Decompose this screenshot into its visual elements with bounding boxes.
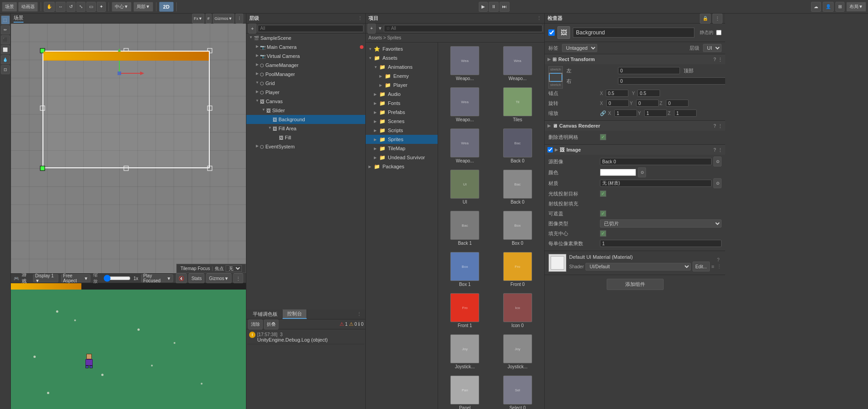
material-question-icon[interactable]: ? [717, 257, 722, 262]
tree-arrow[interactable]: ▼ [255, 81, 260, 86]
hierarchy-item-game-manager[interactable]: ▶⬡GameManager [246, 61, 365, 70]
rx-input[interactable] [606, 100, 629, 107]
asset-item-weapo---[interactable]: WeaWeapo... [440, 44, 490, 83]
material-menu-icon[interactable]: ⋮ [717, 264, 722, 269]
console-item[interactable]: ! [17:57:38] 3 UnityEngine.Debug.Log (ob… [247, 330, 364, 344]
cull-checkbox[interactable]: ✓ [600, 134, 606, 140]
source-image-picker[interactable]: ⊙ [713, 157, 722, 166]
stats-btn[interactable]: Stats [189, 273, 204, 283]
add-component-btn[interactable]: 添加组件 [607, 279, 664, 290]
gizmos-btn[interactable]: Gizmos▼ [206, 273, 231, 283]
material-input[interactable] [600, 180, 712, 187]
scene-menu-btn[interactable]: ⋮ [236, 14, 243, 24]
tree-arrow[interactable]: ▶ [255, 44, 260, 50]
project-tree-item-animations[interactable]: ▼📁Animations [366, 62, 438, 71]
erase-tool-btn[interactable]: ⬜ [1, 45, 10, 54]
select-tool-btn[interactable]: ⬚ [1, 15, 10, 24]
hierarchy-item-pool-manager[interactable]: ▶⬡PoolManager [246, 70, 365, 79]
play-focused-dropdown[interactable]: Play Focused ▼ [141, 274, 174, 282]
fill-tool-btn[interactable]: ⬛ [1, 35, 10, 44]
hierarchy-item-main-camera[interactable]: ▶📷Main Camera [246, 43, 365, 52]
asset-item-weapo---[interactable]: WeaWeapo... [493, 44, 543, 83]
source-image-input[interactable] [600, 158, 712, 165]
project-tree-item-fonts[interactable]: ▶📁Fonts [366, 99, 438, 108]
brush-tool-btn[interactable]: ✏ [1, 25, 10, 34]
image-menu-icon[interactable]: ⋮ [718, 147, 722, 152]
tilemap-focus-select[interactable]: 无 [226, 265, 242, 272]
canvas-question-icon[interactable]: ? [713, 124, 716, 128]
collapse-btn[interactable]: 折叠 [264, 319, 278, 329]
tree-arrow[interactable]: ▶ [255, 71, 260, 77]
play-btn[interactable]: ▶ [479, 2, 488, 12]
scene-gizmo-btn[interactable]: Gizmos▼ [213, 14, 234, 24]
asset-item-joystick---[interactable]: JoyJoystick... [493, 333, 543, 371]
project-search-input[interactable] [384, 25, 542, 32]
shader-select[interactable]: UI/Default [585, 263, 691, 271]
project-tree-item-favorites[interactable]: ▼⭐Favorites [366, 44, 438, 53]
rz-input[interactable] [666, 100, 689, 107]
2d-btn[interactable]: 2D [159, 2, 174, 12]
asset-item-back-0[interactable]: BacBack 0 [493, 127, 543, 165]
hierarchy-item-fill-area[interactable]: ▼🖼Fill Area [246, 124, 365, 133]
console-menu-icon[interactable]: ⋮ [357, 311, 362, 317]
console-tab[interactable]: 控制台 [283, 309, 307, 319]
project-tree-item-sprites[interactable]: ▶📁Sprites [366, 135, 438, 144]
aspect-dropdown[interactable]: Free Aspect ▼ [61, 274, 91, 282]
image-header[interactable]: ▶ 🖼 Image ? ⋮ [545, 145, 725, 155]
canvas-menu-icon[interactable]: ⋮ [718, 124, 722, 128]
sx-input[interactable] [614, 109, 637, 117]
eyedrop-tool-btn[interactable]: 💧 [1, 55, 10, 64]
animation-tab-btn[interactable]: 动画器 [18, 2, 38, 12]
asset-item-icon-0[interactable]: IcoIcon 0 [493, 291, 543, 330]
rect-select-tool-btn[interactable]: ⊡ [1, 65, 10, 74]
rect-question-icon[interactable]: ? [713, 57, 716, 62]
tree-arrow[interactable]: ▼ [255, 99, 260, 104]
rotate-tool-btn[interactable]: ↺ [66, 2, 75, 12]
tag-dropdown[interactable]: Untagged [562, 44, 597, 52]
project-menu-icon[interactable]: ⋮ [537, 15, 542, 21]
project-tree-item-scripts[interactable]: ▶📁Scripts [366, 126, 438, 135]
asset-item-joystick---[interactable]: JoyJoystick... [440, 333, 490, 371]
tree-arrow[interactable]: ▶ [255, 90, 260, 95]
move-tool-btn[interactable]: ↔ [56, 2, 66, 12]
hierarchy-search-input[interactable] [258, 25, 363, 32]
image-question-icon[interactable]: ? [713, 147, 716, 152]
asset-item-tiles[interactable]: TilTiles [493, 86, 543, 124]
scene-tab-btn[interactable]: 场景 [2, 2, 17, 12]
hierarchy-item-grid[interactable]: ▼⬡Grid [246, 79, 365, 88]
tree-arrow[interactable]: ▶ [255, 53, 260, 59]
asset-item-back-1[interactable]: BacBack 1 [440, 209, 490, 247]
layer-dropdown[interactable]: UI [703, 44, 722, 52]
image-enabled-toggle[interactable] [547, 147, 553, 152]
inspector-menu-btn[interactable]: ⋮ [712, 14, 722, 24]
asset-item-box-0[interactable]: BoxBox 0 [493, 209, 543, 247]
project-tree-item-enemy[interactable]: ▶📁Enemy [366, 71, 438, 81]
hierarchy-add-btn[interactable]: + [248, 24, 256, 33]
scene-grid-btn[interactable]: # [206, 14, 212, 24]
link-scale-icon[interactable]: 🔗 [600, 110, 606, 116]
pause-btn[interactable]: ⏸ [489, 2, 499, 12]
hierarchy-item-canvas[interactable]: ▼🖼Canvas [246, 97, 365, 106]
combo-tool-btn[interactable]: ✦ [97, 2, 106, 12]
material-picker[interactable]: ⊙ [713, 178, 722, 188]
step-btn[interactable]: ⏭ [500, 2, 509, 12]
inspector-lock-btn[interactable]: 🔒 [700, 14, 711, 24]
sy-input[interactable] [644, 109, 667, 117]
color-swatch[interactable] [600, 169, 636, 176]
tree-arrow[interactable]: ▼ [248, 35, 254, 41]
canvas-renderer-header[interactable]: ▶ 🖥 Canvas Renderer ? ⋮ [545, 121, 725, 131]
display-dropdown[interactable]: Display 1 ▼ [33, 274, 58, 282]
asset-item-box-1[interactable]: BoxBox 1 [440, 250, 490, 289]
obj-active-toggle[interactable] [548, 29, 555, 36]
raycast-target-checkbox[interactable]: ✓ [600, 190, 606, 197]
hierarchy-item-fill[interactable]: 🖼Fill [246, 133, 365, 142]
collab-btn[interactable]: ☁ [811, 2, 821, 12]
stretch-icon-container[interactable]: stretch stretch [548, 66, 563, 89]
project-add-btn[interactable]: + [368, 24, 376, 33]
rect-tool-btn[interactable]: ▭ [86, 2, 96, 12]
color-picker[interactable]: ⊙ [638, 167, 646, 177]
project-tree-item-player[interactable]: ▶📁Player [366, 81, 438, 90]
pivot-y-input[interactable] [637, 90, 660, 97]
asset-item-select-0[interactable]: SelSelect 0 [493, 374, 543, 409]
asset-item-front-1[interactable]: FroFront 1 [440, 291, 490, 330]
